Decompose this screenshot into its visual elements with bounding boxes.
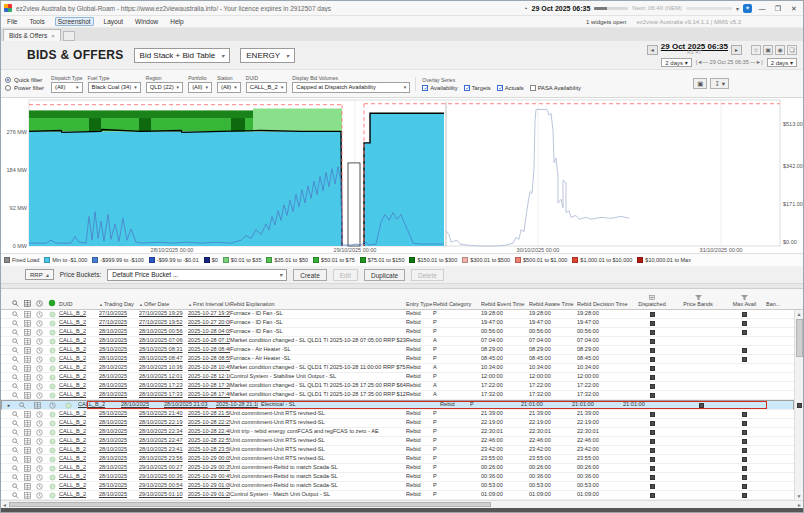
max-avail-checkbox[interactable] bbox=[742, 430, 747, 435]
create-button[interactable]: Create bbox=[293, 269, 327, 281]
cell-offer-date[interactable]: 29/10/2025 00:27 bbox=[139, 465, 188, 471]
cell-max-avail[interactable] bbox=[723, 412, 766, 417]
row-grid-icon[interactable] bbox=[21, 338, 33, 345]
menu-tools[interactable]: Tools bbox=[27, 18, 46, 25]
price-bucket-select[interactable]: Default Price Bucket ...▾ bbox=[107, 269, 287, 281]
cell-duid[interactable]: CALL_B_2 bbox=[59, 474, 99, 480]
cell-max-avail[interactable] bbox=[723, 330, 766, 335]
cell-dispatched[interactable] bbox=[631, 312, 673, 317]
row-search-icon[interactable] bbox=[9, 329, 21, 336]
feedback-icon[interactable]: ✦ bbox=[743, 4, 752, 13]
filter-select[interactable]: Black Coal (34)▾ bbox=[88, 82, 141, 93]
cell-offer-date[interactable]: 29/10/2025 00:36 bbox=[139, 474, 188, 480]
table-row[interactable]: CALL_B_2 28/10/2025 28/10/2025 22:19 202… bbox=[1, 419, 794, 428]
clock-icon[interactable] bbox=[33, 300, 45, 307]
cell-max-avail[interactable] bbox=[723, 439, 766, 444]
col-rebid-category[interactable]: Rebid Category bbox=[433, 301, 481, 307]
overlay-option[interactable]: Actuals bbox=[497, 85, 524, 91]
table-row[interactable]: CALL_B_2 28/10/2025 29/10/2025 00:27 202… bbox=[1, 464, 794, 473]
vertical-scroll-thumb[interactable] bbox=[796, 319, 803, 357]
cell-first-interval[interactable]: 2025-10-29 01:00 bbox=[188, 483, 230, 489]
tab-close-icon[interactable]: × bbox=[51, 33, 55, 39]
cell-trading-day[interactable]: 28/10/2025 bbox=[99, 329, 139, 335]
row-search-icon[interactable] bbox=[9, 374, 21, 381]
row-search-icon[interactable] bbox=[9, 492, 21, 499]
cell-max-avail[interactable] bbox=[723, 466, 766, 471]
cell-first-interval[interactable]: 2025-10-28 17:40 bbox=[188, 392, 230, 398]
col-offer-date[interactable]: ▲Offer Date bbox=[139, 301, 188, 307]
cell-offer-date[interactable]: 28/10/2025 23:41 bbox=[139, 447, 188, 453]
dispatched-checkbox[interactable] bbox=[650, 493, 655, 498]
dispatched-checkbox[interactable] bbox=[650, 448, 655, 453]
col-duid[interactable]: DUID bbox=[59, 301, 99, 307]
cell-trading-day[interactable]: 27/10/2025 bbox=[99, 311, 139, 317]
grid-icon[interactable] bbox=[21, 300, 33, 307]
cell-trading-day[interactable]: 28/10/2025 bbox=[99, 456, 139, 462]
table-row[interactable]: CALL_B_2 28/10/2025 28/10/2025 21:40 202… bbox=[1, 410, 794, 419]
cell-dispatched[interactable] bbox=[631, 439, 673, 444]
cell-trading-day[interactable]: 28/10/2025 bbox=[99, 447, 139, 453]
row-search-icon[interactable] bbox=[16, 402, 28, 409]
cell-offer-date[interactable]: 29/10/2025 01:10 bbox=[139, 492, 188, 498]
cell-dispatched[interactable] bbox=[631, 339, 673, 344]
cell-dispatched[interactable] bbox=[631, 321, 673, 326]
cell-duid[interactable]: CALL_B_2 bbox=[59, 374, 99, 380]
cell-dispatched[interactable] bbox=[631, 375, 673, 380]
dispatched-checkbox[interactable] bbox=[650, 339, 655, 344]
cell-dispatched[interactable] bbox=[631, 493, 673, 498]
col-max-avail[interactable]: Max Avail bbox=[723, 295, 766, 307]
max-avail-checkbox[interactable] bbox=[742, 348, 747, 353]
row-grid-icon[interactable] bbox=[21, 374, 33, 381]
table-row[interactable]: CALL_B_2 28/10/2025 29/10/2025 00:36 202… bbox=[1, 473, 794, 482]
cell-offer-date[interactable]: 28/10/2025 12:01 bbox=[139, 374, 188, 380]
cell-trading-day[interactable]: 28/10/2025 bbox=[99, 420, 139, 426]
cell-dispatched[interactable] bbox=[631, 357, 673, 362]
dispatched-checkbox[interactable] bbox=[650, 357, 655, 362]
refresh-icon[interactable]: ◉ bbox=[775, 45, 785, 55]
cell-duid[interactable]: CALL_B_2 bbox=[59, 392, 99, 398]
max-avail-checkbox[interactable] bbox=[742, 466, 747, 471]
chevron-down-icon[interactable]: ▾ bbox=[736, 5, 739, 12]
dispatched-checkbox[interactable] bbox=[650, 384, 655, 389]
cell-duid[interactable]: CALL_B_2 bbox=[59, 320, 99, 326]
row-clock-icon[interactable] bbox=[33, 329, 45, 336]
cell-offer-date[interactable]: 28/10/2025 21:40 bbox=[139, 411, 188, 417]
cell-trading-day[interactable]: 28/10/2025 bbox=[99, 411, 139, 417]
cell-first-interval[interactable]: 2025-10-29 00:05 bbox=[188, 456, 230, 462]
menu-screenshot[interactable]: Screenshot bbox=[55, 17, 94, 26]
cell-max-avail[interactable] bbox=[723, 493, 766, 498]
table-row[interactable]: CALL_B_2 28/10/2025 28/10/2025 21:03 202… bbox=[1, 400, 794, 410]
cell-dispatched[interactable] bbox=[631, 330, 673, 335]
row-clock-icon[interactable] bbox=[33, 320, 45, 327]
dispatched-checkbox[interactable] bbox=[650, 457, 655, 462]
row-grid-icon[interactable] bbox=[21, 429, 33, 436]
cell-max-avail[interactable] bbox=[723, 384, 766, 389]
row-clock-icon[interactable] bbox=[33, 429, 45, 436]
scroll-up-icon[interactable]: ▲ bbox=[797, 311, 802, 317]
dispatched-checkbox[interactable] bbox=[650, 430, 655, 435]
table-row[interactable]: CALL_B_2 28/10/2025 28/10/2025 08:31 202… bbox=[1, 346, 794, 355]
cell-first-interval[interactable]: 2025-10-28 22:25 bbox=[188, 420, 230, 426]
cell-first-interval[interactable]: 2025-10-28 08:55 bbox=[188, 356, 230, 362]
dispatched-checkbox[interactable] bbox=[650, 366, 655, 371]
horizontal-scrollbar[interactable]: ◄ ► bbox=[1, 500, 803, 508]
cell-trading-day[interactable]: 28/10/2025 bbox=[99, 347, 139, 353]
scroll-down-icon[interactable]: ▼ bbox=[797, 493, 802, 499]
cell-duid[interactable]: CALL_B_2 bbox=[59, 347, 99, 353]
max-avail-checkbox[interactable] bbox=[742, 448, 747, 453]
max-avail-checkbox[interactable] bbox=[742, 412, 747, 417]
row-search-icon[interactable] bbox=[9, 438, 21, 445]
row-grid-icon[interactable] bbox=[21, 483, 33, 490]
cell-dispatched[interactable] bbox=[631, 430, 673, 435]
cell-first-interval[interactable]: 2025-10-28 04:05 bbox=[188, 329, 230, 335]
filter-select[interactable]: (All)▾ bbox=[217, 82, 241, 93]
dispatched-checkbox[interactable] bbox=[650, 393, 655, 398]
cell-offer-date[interactable]: 28/10/2025 00:56 bbox=[139, 329, 188, 335]
cell-duid[interactable]: CALL_B_2 bbox=[59, 429, 99, 435]
col-dispatched[interactable]: Dispatched bbox=[631, 295, 673, 307]
range-back-select[interactable]: 2 days ▾ bbox=[661, 58, 691, 67]
cell-max-avail[interactable] bbox=[723, 430, 766, 435]
camera-icon[interactable]: ▣ bbox=[763, 45, 773, 55]
cell-trading-day[interactable]: 28/10/2025 bbox=[99, 465, 139, 471]
range-forward-select[interactable]: 2 days ▾ bbox=[767, 58, 797, 67]
